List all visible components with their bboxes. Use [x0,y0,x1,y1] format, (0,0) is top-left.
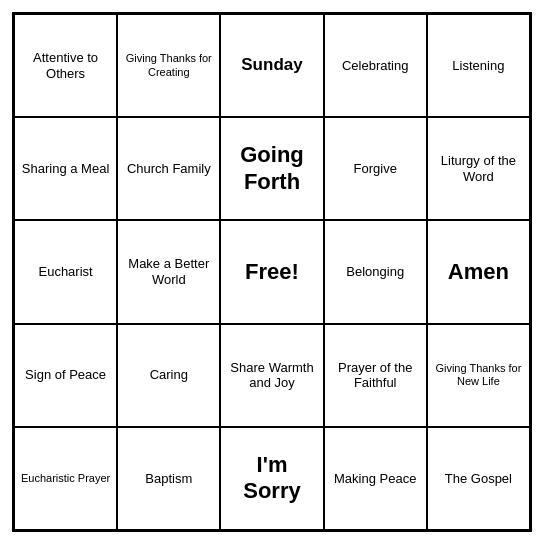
bingo-cell-r4c1: Baptism [117,427,220,530]
bingo-cell-r3c2: Share Warmth and Joy [220,324,323,427]
bingo-cell-r1c2: Going Forth [220,117,323,220]
bingo-cell-r2c1: Make a Better World [117,220,220,323]
bingo-cell-r0c0: Attentive to Others [14,14,117,117]
bingo-cell-r3c1: Caring [117,324,220,427]
bingo-cell-r0c3: Celebrating [324,14,427,117]
bingo-cell-r3c0: Sign of Peace [14,324,117,427]
bingo-cell-r2c2: Free! [220,220,323,323]
bingo-cell-r1c1: Church Family [117,117,220,220]
bingo-cell-r0c2: Sunday [220,14,323,117]
bingo-cell-r3c3: Prayer of the Faithful [324,324,427,427]
bingo-cell-r4c4: The Gospel [427,427,530,530]
bingo-cell-r2c3: Belonging [324,220,427,323]
bingo-cell-r4c3: Making Peace [324,427,427,530]
bingo-cell-r1c0: Sharing a Meal [14,117,117,220]
bingo-cell-r1c4: Liturgy of the Word [427,117,530,220]
bingo-board: Attentive to OthersGiving Thanks for Cre… [12,12,532,532]
bingo-cell-r2c0: Eucharist [14,220,117,323]
bingo-cell-r4c0: Eucharistic Prayer [14,427,117,530]
bingo-cell-r3c4: Giving Thanks for New Life [427,324,530,427]
bingo-cell-r0c1: Giving Thanks for Creating [117,14,220,117]
bingo-cell-r2c4: Amen [427,220,530,323]
bingo-cell-r0c4: Listening [427,14,530,117]
bingo-cell-r4c2: I'm Sorry [220,427,323,530]
bingo-cell-r1c3: Forgive [324,117,427,220]
